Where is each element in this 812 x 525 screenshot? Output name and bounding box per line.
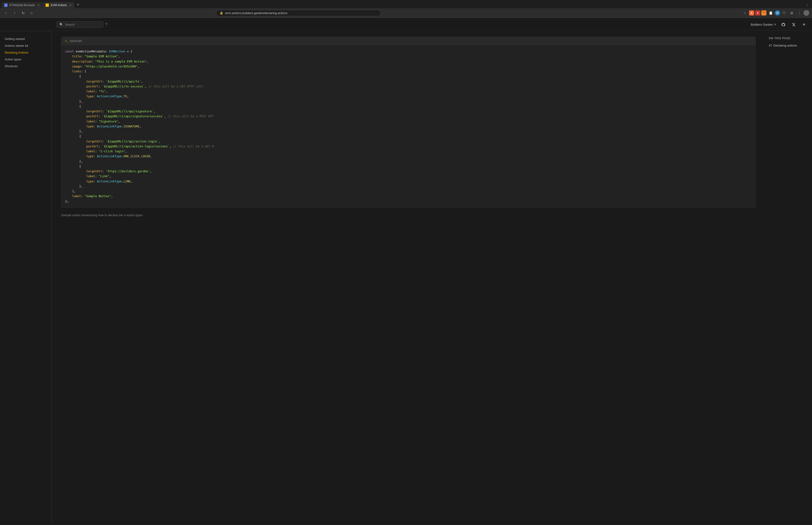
on-this-page-item-declaring[interactable]: 🏷 Declaring actions (769, 43, 808, 48)
top-nav: 🔍 Search ? Builders Garden ↗ ☀ (0, 19, 812, 31)
evm-favicon: ⚡ (46, 3, 49, 7)
ext-icon-2[interactable]: ♥ (755, 10, 760, 15)
declaring-actions-emoji: 🏷 (769, 44, 772, 47)
address-text: evm-actions.builders.garden/declaring-ac… (225, 11, 287, 15)
browser-toolbar-icons: ☆ A ♥ 🦊 📋 O 🛡 ⊞ ⋮ (741, 10, 809, 16)
tab-ethglobal-label: ETHGlobal Brussels (10, 3, 35, 7)
back-button[interactable]: ‹ (3, 10, 10, 16)
forward-button[interactable]: › (11, 10, 18, 16)
sidebar-item-action-types-label: Action types (5, 58, 21, 61)
sidebar-item-actions-starter-kit[interactable]: Actions starter kit (2, 42, 49, 49)
sidebar-item-actions-starter-kit-label: Actions starter kit (5, 44, 28, 47)
browser-address-bar: ‹ › ↻ ⌂ 🔒 evm-actions.builders.garden/de… (0, 8, 812, 18)
on-this-page-title: On this page (769, 37, 808, 40)
tab-evm-close[interactable]: × (70, 3, 72, 7)
code-language: typescript (70, 39, 82, 43)
sidebar-item-getting-started[interactable]: Getting started (2, 35, 49, 42)
theme-icon: ☀ (802, 22, 806, 27)
extensions-button[interactable]: ⊞ (788, 10, 795, 16)
tab-ethglobal-close[interactable]: × (37, 3, 40, 7)
browser-chrome: ETHGlobal Brussels × ⚡ EVM Actions × + ⋮… (0, 0, 812, 18)
nav-right: Builders Garden ↗ ☀ (751, 21, 807, 28)
sidebar-item-shortcuts[interactable]: Shortcuts (2, 63, 49, 70)
ethglobal-favicon (4, 3, 7, 7)
twitter-x-icon[interactable] (791, 21, 797, 28)
theme-toggle[interactable]: ☀ (801, 21, 807, 28)
user-avatar[interactable] (803, 10, 809, 16)
terminal-icon: >_ (65, 39, 68, 43)
security-icon: 🔒 (220, 11, 223, 15)
content-wrapper: >_ typescript const evmActionMetadata: E… (52, 30, 812, 226)
ext-icon-1[interactable]: A (749, 10, 754, 15)
search-icon: 🔍 (59, 23, 63, 26)
tab-evm[interactable]: ⚡ EVM Actions × (43, 2, 74, 8)
sidebar-item-declaring-actions[interactable]: Declaring Actions (2, 49, 49, 56)
settings-icon[interactable]: ⋮ (796, 10, 802, 16)
sidebar: EVM Actions Getting started Actions star… (0, 18, 52, 524)
code-caption: Sample action showcasing how to declare … (61, 211, 756, 219)
sidebar-item-shortcuts-label: Shortcuts (5, 64, 18, 68)
ext-icon-4[interactable]: 📋 (767, 10, 774, 16)
home-button[interactable]: ⌂ (28, 10, 35, 16)
search-box[interactable]: 🔍 Search (56, 21, 103, 28)
browser-expand[interactable]: ⋮ (803, 3, 811, 8)
bookmark-icon[interactable]: ☆ (741, 10, 748, 16)
right-sidebar: On this page 🏷 Declaring actions (765, 30, 812, 226)
code-body[interactable]: const evmActionMetadata: EVMAction = { t… (61, 45, 755, 208)
builders-garden-label: Builders Garden ↗ (751, 23, 776, 26)
code-header: >_ typescript (61, 37, 755, 45)
tab-evm-label: EVM Actions (51, 3, 67, 7)
sidebar-item-action-types[interactable]: Action types (2, 56, 49, 63)
github-icon[interactable] (780, 21, 787, 28)
ext-icon-5[interactable]: O (775, 10, 780, 15)
browser-tabs: ETHGlobal Brussels × ⚡ EVM Actions × + ⋮ (0, 0, 812, 8)
builders-garden-link[interactable]: Builders Garden ↗ (751, 23, 776, 26)
page: 🔍 Search ? Builders Garden ↗ ☀ EVM Actio… (0, 18, 812, 524)
main-content: >_ typescript const evmActionMetadata: E… (52, 18, 812, 524)
sidebar-item-declaring-actions-label: Declaring Actions (5, 51, 28, 54)
sidebar-nav: Getting started Actions starter kit Decl… (0, 35, 51, 70)
code-block: >_ typescript const evmActionMetadata: E… (61, 37, 756, 208)
ext-icon-3[interactable]: 🦊 (761, 10, 766, 15)
article: >_ typescript const evmActionMetadata: E… (52, 30, 765, 226)
address-bar[interactable]: 🔒 evm-actions.builders.garden/declaring-… (216, 10, 381, 16)
tab-ethglobal[interactable]: ETHGlobal Brussels × (1, 2, 42, 8)
reload-button[interactable]: ↻ (20, 10, 26, 16)
declaring-actions-label: Declaring actions (773, 44, 797, 47)
sidebar-item-getting-started-label: Getting started (5, 37, 25, 41)
new-tab-button[interactable]: + (75, 1, 81, 8)
ext-icon-6[interactable]: 🛡 (781, 10, 787, 16)
search-label: Search (65, 23, 75, 26)
top-nav-question[interactable]: ? (105, 22, 107, 27)
